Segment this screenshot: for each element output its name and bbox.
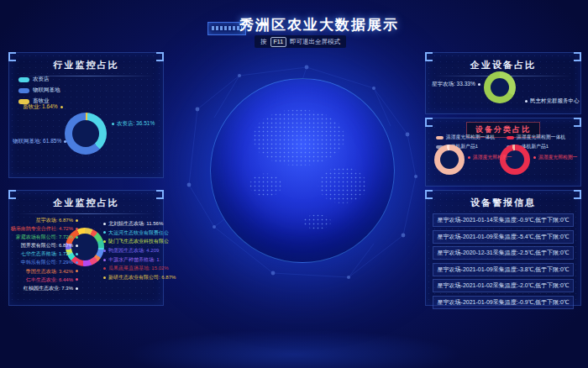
leader-dot-icon (76, 219, 78, 222)
leader-dot-icon (103, 276, 106, 279)
panel-title-industry: 行业监控占比 (9, 53, 163, 71)
panel-title-enterprise: 企业监控占比 (9, 191, 163, 209)
leader-dot-icon (478, 83, 480, 86)
legend-swatch-icon (18, 77, 29, 82)
leader-dot-icon (103, 267, 106, 270)
alarm-text: 星宇农场-2021-01-09采集温度:-3.8℃,低于下限:0℃ (438, 266, 570, 272)
leader-dot-icon (76, 244, 78, 247)
leader-dot-icon (533, 156, 536, 159)
device-class-pointer-left: 温湿度光照检测一 (468, 154, 512, 161)
alarm-row: 星宇农场-2021-01-09采集温度:-5.4℃,低于下限:0℃ (433, 230, 574, 244)
enterprise-labels-left: 星宇农场: 6.87% 杨庙南鹄专业合作社: 4.72% 家庭农场有限公司: 7… (11, 217, 78, 292)
panel-divider (18, 213, 155, 214)
industry-label-agristore: 农资店: 36.51% (112, 120, 155, 128)
donut-hole (491, 78, 509, 97)
enterprise-label: 中韩乐有限公司: 7.29% (21, 259, 78, 266)
enterprise-label: 陡门飞生态农业科技有限公 (103, 238, 162, 245)
legend-label: 农资店 (33, 76, 50, 83)
panel-device-classification: 设备分类占比 温湿度光照检测一体机 一体机新产品1 温湿度光照检测一体机 (425, 118, 581, 187)
enterprise-label: 七华生态养殖场: 1.72% (21, 250, 78, 258)
label-text: 物联网基地: 61.85% (13, 138, 61, 145)
industry-label-livestock: 畜牧业: 1.64% (23, 103, 63, 111)
device-class-pointer-right: 温湿度光照检测一 (533, 154, 577, 161)
alarm-row: 星宇农场-2021-01-09采集温度:-0.9℃,低于下限:0℃ (433, 296, 574, 309)
alarm-text: 星宇农场-2021-01-09采集温度:-0.9℃,低于下限:0℃ (438, 299, 570, 305)
label-text: 瓜果蔬菜直播基地: 15.02% (108, 265, 169, 272)
label-text: 丰源水产种苗养殖场: 1. (108, 256, 160, 264)
enterprise-label: 杨庙南鹄专业合作社: 4.72% (11, 225, 78, 233)
enterprise-label: 仁丰生态农业: 6.44% (26, 276, 78, 284)
alarm-row: 星宇农场-2021-01-14采集温度:-0.9℃,低于下限:0℃ (433, 213, 574, 227)
legend-swatch-icon (18, 88, 29, 93)
leader-dot-icon (103, 259, 106, 261)
panel-industry-monitor: 行业监控占比 农资店 物联网基地 畜牧业 (8, 52, 164, 178)
equipment-donut-chart[interactable] (484, 71, 516, 103)
industry-legend: 农资店 物联网基地 畜牧业 (18, 76, 60, 105)
leader-dot-icon (60, 106, 63, 108)
enterprise-label: 鸭蛋园生态农场: 4.209 (103, 247, 162, 255)
alarm-row: 星宇农场-2021-01-09采集温度:-3.8℃,低于下限:0℃ (433, 263, 574, 276)
legend-item[interactable]: 温湿度光照检测一体机 (507, 134, 565, 141)
leader-dot-icon (76, 261, 78, 264)
hint-suffix: 即可退出全屏模式 (290, 38, 340, 46)
legend-label: 温湿度光照检测一体机 (517, 134, 565, 141)
leader-dot-icon (76, 228, 78, 230)
label-text: 中韩乐有限公司: 7.29% (21, 259, 73, 266)
f11-key-badge: F11 (270, 37, 287, 47)
enterprise-label: 新研生态农业有限公司: 6.87% (103, 274, 162, 281)
leader-dot-icon (76, 253, 78, 255)
label-text: 陡门飞生态农业科技有限公 (108, 238, 169, 245)
label-text: 星宇农场: 33.33% (432, 81, 475, 88)
label-text: 季国生态农场: 3.42% (26, 268, 73, 276)
legend-swatch-icon (436, 136, 444, 139)
label-text: 农资店: 36.51% (117, 120, 155, 128)
label-text: 七华生态养殖场: 1.72% (21, 250, 73, 258)
legend-label: 物联网基地 (33, 87, 60, 94)
enterprise-label: 家庭农场有限公司: 7.72% (16, 234, 78, 241)
enterprise-label: 大运河生态牧业有限责任公 (103, 229, 162, 237)
legend-item[interactable]: 农资店 (18, 76, 60, 83)
donut-hole (440, 150, 459, 169)
leader-dot-icon (64, 140, 66, 143)
panel-title-alarms: 设备警报信息 (426, 191, 580, 209)
legend-item[interactable]: 物联网基地 (18, 87, 60, 94)
label-text: 民主村党群服务中心 (530, 97, 580, 105)
industry-donut-chart[interactable] (65, 113, 107, 155)
label-text: 温湿度光照检测一 (473, 154, 512, 161)
globe-dot-map (211, 79, 394, 262)
alarm-row: 星宇农场-2020-12-31采集温度:-2.5℃,低于下限:0℃ (433, 246, 574, 260)
label-text: 杨庙南鹄专业合作社: 4.72% (11, 225, 73, 233)
legend-item[interactable]: 温湿度光照检测一体机 (436, 134, 495, 141)
legend-label: 温湿度光照检测一体机 (446, 134, 495, 141)
leader-dot-icon (76, 287, 78, 290)
hint-prefix: 按 (260, 38, 267, 46)
leader-dot-icon (112, 123, 114, 125)
device-class-donut-left[interactable] (434, 145, 465, 175)
leader-dot-icon (103, 223, 106, 225)
panel-enterprise-monitor: 企业监控占比 星宇农场: 6.87% 杨庙南鹄专业合作社: 4.72% 家庭农场… (8, 190, 164, 306)
label-text: 鸭蛋园生态农场: 4.209 (108, 247, 159, 255)
leader-dot-icon (103, 231, 106, 234)
fullscreen-hint-bar: 按 F11 即可退出全屏模式 (255, 35, 346, 48)
panel-device-alarms: 设备警报信息 星宇农场-2021-01-14采集温度:-0.9℃,低于下限:0℃… (425, 190, 581, 306)
leader-dot-icon (103, 250, 106, 252)
enterprise-label: 丰源水产种苗养殖场: 1. (103, 256, 162, 264)
label-text: 北刘娟生态农场: 11.56% (108, 220, 163, 228)
alarm-row: 星宇农场-2021-01-02采集温度:-2.0℃,低于下限:0℃ (433, 279, 574, 292)
enterprise-labels-right: 北刘娟生态农场: 11.56% 大运河生态牧业有限责任公 陡门飞生态农业科技有限… (103, 220, 162, 281)
enterprise-label: 北刘娟生态农场: 11.56% (103, 220, 162, 228)
dashboard-screen: 秀洲区农业大数据展示 按 F11 即可退出全屏模式 行业监控占比 农资店 物联网… (0, 0, 588, 368)
label-text: 星宇农场: 6.87% (36, 217, 73, 224)
globe-visualization (210, 78, 395, 263)
floor-glow-decoration (126, 329, 462, 368)
leader-dot-icon (76, 270, 78, 272)
panel-equipment-ratio: 企业设备占比 星宇农场: 33.33% 民主村党群服务中心 (425, 52, 581, 114)
leader-dot-icon (76, 236, 78, 239)
enterprise-label: 星宇农场: 6.87% (36, 217, 78, 224)
label-text: 畜牧业: 1.64% (23, 103, 58, 111)
label-text: 红柚园生态农业: 7.3% (24, 285, 73, 292)
industry-label-iot: 物联网基地: 61.85% (13, 138, 66, 145)
enterprise-label: 季国生态农场: 3.42% (26, 268, 78, 276)
alarm-text: 星宇农场-2021-01-02采集温度:-2.0℃,低于下限:0℃ (438, 282, 570, 288)
alarm-text: 星宇农场-2021-01-09采集温度:-5.4℃,低于下限:0℃ (438, 234, 570, 239)
